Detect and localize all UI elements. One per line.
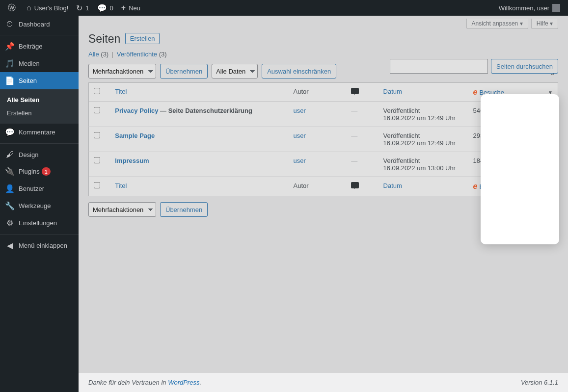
wp-logo[interactable]: ⓦ	[4, 0, 23, 16]
row-author-link[interactable]: user	[294, 107, 306, 114]
sidebar-item-pages[interactable]: 📄Seiten	[0, 72, 79, 89]
main-content: Ansicht anpassen Hilfe Seiten Erstellen …	[79, 16, 568, 392]
row-status: Veröffentlicht	[383, 107, 463, 114]
admin-bar: ⓦ ⌂User's Blog! ↻1 💬0 +Neu Willkommen, u…	[0, 0, 568, 16]
apply-button-bottom[interactable]: Übernehmen	[160, 202, 208, 217]
search-button[interactable]: Seiten durchsuchen	[491, 59, 558, 74]
plug-icon: 🔌	[5, 167, 15, 176]
sidebar-item-users[interactable]: 👤Benutzer	[0, 180, 79, 197]
sliders-icon: ⚙	[5, 218, 15, 228]
filter-button[interactable]: Auswahl einschränken	[262, 64, 336, 78]
avatar-icon	[552, 4, 560, 12]
sidebar-item-plugins[interactable]: 🔌Plugins1	[0, 163, 79, 180]
sidebar-item-posts[interactable]: 📌Beiträge	[0, 38, 79, 55]
row-title-link[interactable]: Sample Page	[115, 132, 155, 139]
col-comments-foot[interactable]	[346, 177, 378, 196]
row-post-state: — Seite Datenschutzerklärung	[158, 107, 252, 114]
comments-link[interactable]: 💬0	[93, 0, 117, 16]
admin-sidebar: ⏲Dashboard 📌Beiträge 🎵Medien 📄Seiten All…	[0, 16, 79, 392]
comment-bubble-icon	[351, 88, 359, 94]
pin-icon: 📌	[5, 42, 15, 51]
col-author: Autor	[289, 83, 347, 102]
select-all-bottom[interactable]	[94, 182, 100, 188]
row-comments: —	[351, 157, 357, 164]
screen-options-button[interactable]: Ansicht anpassen	[466, 19, 528, 29]
brush-icon: 🖌	[5, 150, 15, 159]
row-date: 16.09.2022 um 12:49 Uhr	[383, 139, 456, 147]
home-icon: ⌂	[27, 3, 31, 12]
row-comments: —	[351, 107, 357, 114]
sidebar-item-comments[interactable]: 💬Kommentare	[0, 124, 79, 141]
statify-icon: e	[473, 88, 477, 97]
date-filter-select[interactable]: Alle Daten	[212, 64, 258, 78]
sidebar-item-media[interactable]: 🎵Medien	[0, 55, 79, 72]
new-content-link[interactable]: +Neu	[117, 0, 144, 16]
user-icon: 👤	[5, 184, 15, 193]
wordpress-icon: ⓦ	[8, 3, 16, 13]
sidebar-item-appearance[interactable]: 🖌Design	[0, 146, 79, 163]
site-name: User's Blog!	[34, 4, 69, 12]
sidebar-sub-new-page[interactable]: Erstellen	[0, 106, 79, 120]
sidebar-submenu-pages: Alle Seiten Erstellen	[0, 89, 79, 124]
site-name-link[interactable]: ⌂User's Blog!	[23, 0, 72, 16]
page-title: Seiten	[88, 32, 120, 46]
bulk-action-select-top[interactable]: Mehrfachaktionen	[88, 64, 156, 78]
highlight-visits-column	[481, 94, 559, 244]
sidebar-item-settings[interactable]: ⚙Einstellungen	[0, 214, 79, 232]
media-icon: 🎵	[5, 59, 15, 68]
row-author-link[interactable]: user	[294, 132, 306, 139]
search-input[interactable]	[390, 59, 488, 74]
updates-link[interactable]: ↻1	[72, 0, 93, 16]
col-author-foot: Autor	[289, 177, 347, 196]
col-title-foot[interactable]: Titel	[115, 182, 127, 189]
col-comments[interactable]	[346, 83, 378, 102]
sidebar-collapse[interactable]: ◀Menü einklappen	[0, 237, 79, 254]
comment-bubble-icon	[351, 182, 359, 188]
sidebar-item-tools[interactable]: 🔧Werkzeuge	[0, 197, 79, 214]
row-comments: —	[351, 132, 357, 139]
wrench-icon: 🔧	[5, 201, 15, 210]
collapse-icon: ◀	[5, 241, 15, 250]
row-checkbox[interactable]	[94, 132, 100, 138]
version-label: Version 6.1.1	[521, 379, 558, 386]
add-new-button[interactable]: Erstellen	[125, 33, 160, 44]
my-account[interactable]: Willkommen, user	[495, 0, 564, 16]
help-button[interactable]: Hilfe	[531, 19, 558, 29]
row-date: 16.09.2022 um 12:49 Uhr	[383, 114, 456, 122]
row-date: 16.09.2022 um 13:00 Uhr	[383, 164, 456, 172]
filter-all[interactable]: Alle	[88, 51, 99, 58]
filter-published[interactable]: Veröffentlichte	[117, 51, 157, 58]
col-title[interactable]: Titel	[115, 88, 127, 95]
apply-button-top[interactable]: Übernehmen	[160, 64, 208, 78]
comment-icon: 💬	[5, 128, 15, 137]
sidebar-sub-all-pages[interactable]: Alle Seiten	[0, 93, 79, 106]
row-checkbox[interactable]	[94, 157, 100, 163]
col-date[interactable]: Datum	[383, 88, 402, 95]
plugins-badge: 1	[42, 167, 51, 176]
bulk-action-select-bottom[interactable]: Mehrfachaktionen	[88, 202, 156, 217]
select-all-top[interactable]	[94, 88, 100, 94]
refresh-icon: ↻	[76, 3, 82, 13]
row-title-link[interactable]: Impressum	[115, 157, 149, 164]
sidebar-item-dashboard[interactable]: ⏲Dashboard	[0, 16, 79, 32]
row-title-link[interactable]: Privacy Policy	[115, 107, 158, 114]
statify-icon: e	[473, 182, 477, 191]
col-date-foot[interactable]: Datum	[383, 182, 402, 189]
status-filters: Alle (3) | Veröffentlichte (3)	[88, 51, 558, 58]
row-author-link[interactable]: user	[294, 157, 306, 164]
screen-meta: Ansicht anpassen Hilfe	[466, 19, 558, 29]
wordpress-link[interactable]: WordPress	[168, 379, 199, 386]
row-status: Veröffentlicht	[383, 157, 463, 164]
gauge-icon: ⏲	[5, 20, 15, 28]
page-icon: 📄	[5, 76, 15, 85]
admin-footer: Danke für dein Vertrauen in WordPress. V…	[79, 373, 568, 392]
plus-icon: +	[121, 3, 126, 12]
comment-icon: 💬	[97, 3, 107, 13]
row-checkbox[interactable]	[94, 107, 100, 113]
search-box: Seiten durchsuchen	[390, 59, 558, 74]
row-status: Veröffentlicht	[383, 132, 463, 139]
